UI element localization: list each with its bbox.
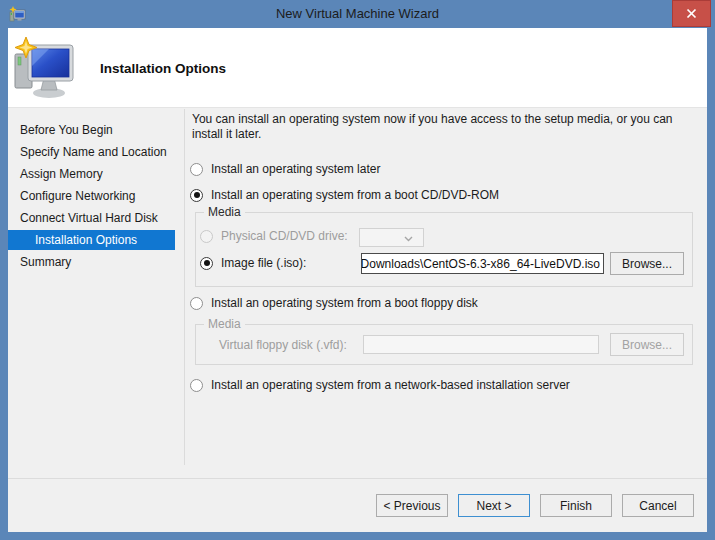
vfd-path-input[interactable] xyxy=(363,335,599,354)
radio-install-later[interactable] xyxy=(190,163,203,176)
radio-physical-drive[interactable] xyxy=(200,230,213,243)
option-install-network-label: Install an operating system from a netwo… xyxy=(211,378,570,392)
new-vm-computer-icon xyxy=(11,36,79,104)
wizard-header: Installation Options xyxy=(8,28,707,108)
option-install-floppy-label: Install an operating system from a boot … xyxy=(211,296,478,310)
floppy-media-legend: Media xyxy=(204,317,245,331)
wizard-body: Before You Begin Specify Name and Locati… xyxy=(8,109,707,478)
page-title: Installation Options xyxy=(100,61,226,76)
cd-media-legend: Media xyxy=(204,205,245,219)
radio-install-floppy[interactable] xyxy=(190,297,203,310)
option-install-later-label: Install an operating system later xyxy=(211,162,380,176)
physical-drive-label: Physical CD/DVD drive: xyxy=(221,229,348,243)
option-physical-drive[interactable]: Physical CD/DVD drive: xyxy=(200,228,348,244)
close-icon xyxy=(686,5,697,23)
cd-media-groupbox: Media Physical CD/DVD drive: Image file xyxy=(195,212,693,287)
title-bar[interactable]: New Virtual Machine Wizard xyxy=(0,0,715,28)
radio-install-network[interactable] xyxy=(190,379,203,392)
option-install-floppy[interactable]: Install an operating system from a boot … xyxy=(190,295,478,311)
installation-options-page: You can install an operating system now … xyxy=(8,109,707,478)
chevron-down-icon xyxy=(404,236,413,242)
physical-drive-select[interactable] xyxy=(359,228,424,247)
browse-vfd-button[interactable]: Browse... xyxy=(610,333,684,356)
iso-path-value: rick\Downloads\CentOS-6.3-x86_64-LiveDVD… xyxy=(361,257,600,271)
next-button[interactable]: Next > xyxy=(458,494,530,517)
radio-install-cd[interactable] xyxy=(190,189,203,202)
dialog-client-area: Installation Options Before You Begin Sp… xyxy=(8,28,707,532)
option-install-later[interactable]: Install an operating system later xyxy=(190,161,380,177)
wizard-footer: < Previous Next > Finish Cancel xyxy=(8,478,707,532)
option-image-file[interactable]: Image file (.iso): xyxy=(200,255,306,271)
option-install-cd[interactable]: Install an operating system from a boot … xyxy=(190,187,499,203)
wizard-window: New Virtual Machine Wizard xyxy=(0,0,715,540)
browse-iso-button[interactable]: Browse... xyxy=(610,252,684,275)
option-install-cd-label: Install an operating system from a boot … xyxy=(211,188,499,202)
option-install-network[interactable]: Install an operating system from a netwo… xyxy=(190,377,570,393)
previous-button[interactable]: < Previous xyxy=(376,494,448,517)
intro-text: You can install an operating system now … xyxy=(192,112,704,142)
finish-button[interactable]: Finish xyxy=(540,494,612,517)
cancel-button[interactable]: Cancel xyxy=(622,494,694,517)
floppy-media-groupbox: Media Virtual floppy disk (.vfd): Browse… xyxy=(195,324,693,365)
close-button[interactable] xyxy=(672,0,711,27)
radio-image-file[interactable] xyxy=(200,257,213,270)
image-file-label: Image file (.iso): xyxy=(221,256,306,270)
vfd-label: Virtual floppy disk (.vfd): xyxy=(219,338,347,352)
window-title: New Virtual Machine Wizard xyxy=(0,0,715,28)
iso-path-input[interactable]: rick\Downloads\CentOS-6.3-x86_64-LiveDVD… xyxy=(361,253,604,274)
